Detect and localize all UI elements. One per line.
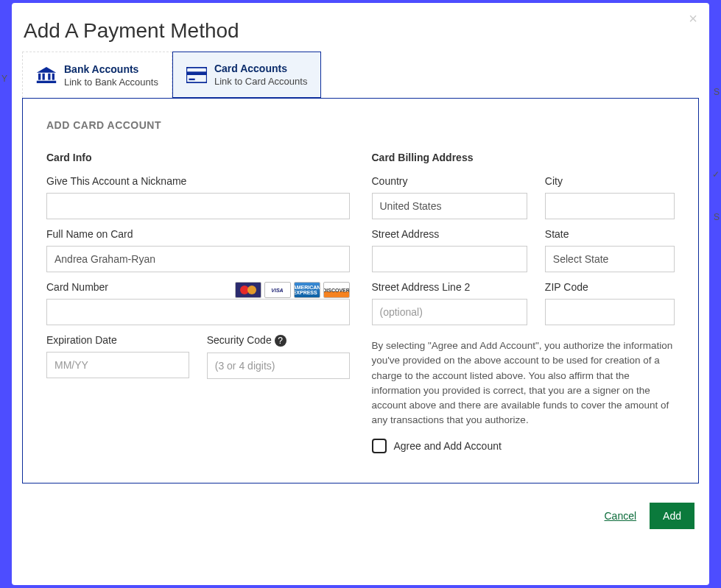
fullname-input[interactable] bbox=[46, 246, 350, 272]
close-icon[interactable]: × bbox=[689, 10, 697, 27]
cardnumber-input[interactable] bbox=[46, 299, 350, 325]
tab-bank-accounts[interactable]: Bank Accounts Link to Bank Accounts bbox=[22, 52, 172, 98]
city-label: City bbox=[545, 175, 675, 187]
bank-icon bbox=[36, 67, 57, 83]
card-account-panel: ADD CARD ACCOUNT Card Info Give This Acc… bbox=[22, 98, 699, 483]
svg-rect-5 bbox=[37, 81, 56, 83]
nickname-input[interactable] bbox=[46, 193, 350, 219]
mastercard-icon bbox=[235, 282, 261, 298]
agree-label: Agree and Add Account bbox=[394, 440, 502, 452]
account-type-tabs: Bank Accounts Link to Bank Accounts Card… bbox=[12, 52, 709, 98]
svg-rect-4 bbox=[52, 74, 54, 80]
add-button[interactable]: Add bbox=[650, 503, 694, 529]
street2-input[interactable] bbox=[372, 299, 527, 325]
billing-column: Card Billing Address Country United Stat… bbox=[372, 152, 675, 453]
expiration-label: Expiration Date bbox=[46, 334, 189, 346]
country-select[interactable]: United States bbox=[372, 193, 527, 219]
street1-label: Street Address bbox=[372, 228, 527, 240]
state-label: State bbox=[545, 228, 675, 240]
tab-card-subtitle: Link to Card Accounts bbox=[214, 76, 307, 87]
modal-footer: Cancel Add bbox=[12, 494, 709, 542]
agree-checkbox[interactable] bbox=[372, 439, 387, 453]
credit-card-icon bbox=[186, 67, 207, 83]
svg-marker-0 bbox=[37, 67, 56, 73]
street2-label: Street Address Line 2 bbox=[372, 281, 527, 293]
svg-rect-2 bbox=[43, 74, 45, 80]
nickname-label: Give This Account a Nickname bbox=[46, 175, 350, 187]
add-payment-modal: × Add A Payment Method Bank Accounts Lin… bbox=[12, 3, 709, 585]
svg-rect-3 bbox=[48, 74, 50, 80]
tab-card-title: Card Accounts bbox=[214, 63, 307, 74]
card-brand-logos: VISA AMERICAN EXPRESS DISCOVER bbox=[235, 282, 350, 298]
card-info-column: Card Info Give This Account a Nickname F… bbox=[46, 152, 350, 453]
expiration-input[interactable] bbox=[46, 352, 189, 378]
legal-text: By selecting "Agree and Add Account", yo… bbox=[372, 339, 675, 428]
visa-icon: VISA bbox=[264, 282, 291, 298]
tab-bank-title: Bank Accounts bbox=[64, 63, 158, 75]
svg-rect-8 bbox=[189, 78, 194, 79]
security-input[interactable] bbox=[207, 353, 350, 379]
amex-icon: AMERICAN EXPRESS bbox=[294, 282, 320, 298]
modal-title: Add A Payment Method bbox=[12, 3, 709, 52]
cardnumber-label: Card Number bbox=[46, 281, 108, 293]
card-info-header: Card Info bbox=[46, 152, 350, 163]
country-label: Country bbox=[372, 175, 527, 187]
svg-rect-7 bbox=[186, 71, 207, 75]
tab-bank-subtitle: Link to Bank Accounts bbox=[64, 77, 158, 88]
cancel-button[interactable]: Cancel bbox=[604, 510, 636, 522]
city-input[interactable] bbox=[545, 193, 675, 219]
zip-label: ZIP Code bbox=[545, 281, 675, 293]
zip-input[interactable] bbox=[545, 299, 675, 325]
street1-input[interactable] bbox=[372, 246, 527, 272]
discover-icon: DISCOVER bbox=[323, 282, 350, 298]
tab-card-accounts[interactable]: Card Accounts Link to Card Accounts bbox=[172, 52, 321, 98]
security-label: Security Code? bbox=[207, 334, 350, 347]
billing-header: Card Billing Address bbox=[372, 152, 675, 163]
section-title: ADD CARD ACCOUNT bbox=[46, 119, 675, 131]
help-icon[interactable]: ? bbox=[275, 335, 286, 347]
fullname-label: Full Name on Card bbox=[46, 228, 350, 240]
svg-rect-1 bbox=[38, 74, 41, 80]
state-select[interactable]: Select State bbox=[545, 246, 675, 272]
